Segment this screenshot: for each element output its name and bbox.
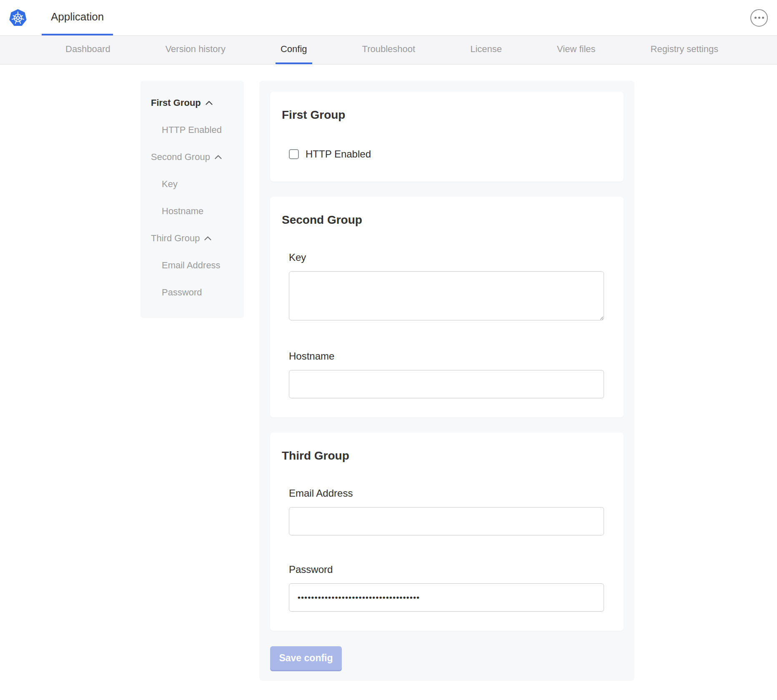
- config-group-third: Third Group Email Address Password: [270, 432, 624, 631]
- config-group-second: Second Group Key Hostname: [270, 197, 624, 418]
- password-label: Password: [289, 564, 604, 575]
- config-group-first: First Group HTTP Enabled: [270, 92, 624, 182]
- content-area: First Group HTTP Enabled Second Group Ke…: [140, 81, 777, 681]
- http-enabled-label: HTTP Enabled: [306, 148, 371, 160]
- sidebar-item-email-address[interactable]: Email Address: [162, 260, 240, 271]
- sidebar-item-key[interactable]: Key: [162, 179, 240, 190]
- http-enabled-row: HTTP Enabled: [289, 148, 604, 160]
- password-input[interactable]: [289, 583, 604, 612]
- config-sidebar: First Group HTTP Enabled Second Group Ke…: [140, 81, 244, 318]
- chevron-up-icon: [215, 155, 222, 159]
- more-options-button[interactable]: [750, 9, 768, 27]
- key-label: Key: [289, 252, 604, 263]
- nav-tab-bar: Dashboard Version history Config Trouble…: [0, 36, 777, 65]
- app-tab-label: Application: [51, 10, 104, 23]
- logo-wrap: [0, 0, 28, 35]
- tab-troubleshoot[interactable]: Troubleshoot: [357, 36, 421, 64]
- email-address-input[interactable]: [289, 507, 604, 535]
- field-key: Key: [289, 252, 604, 322]
- tab-license[interactable]: License: [465, 36, 507, 64]
- tab-version-history[interactable]: Version history: [160, 36, 231, 64]
- sidebar-item-third-group[interactable]: Third Group: [151, 233, 240, 244]
- tab-config[interactable]: Config: [276, 36, 312, 64]
- sidebar-item-first-group[interactable]: First Group: [151, 98, 240, 108]
- sidebar-item-password[interactable]: Password: [162, 287, 240, 298]
- sidebar-item-second-group[interactable]: Second Group: [151, 152, 240, 162]
- group-title-third: Third Group: [282, 449, 604, 462]
- tab-registry-settings[interactable]: Registry settings: [646, 36, 724, 64]
- key-textarea[interactable]: [289, 271, 604, 320]
- chevron-up-icon: [204, 236, 211, 240]
- header-right: [750, 0, 777, 35]
- sidebar-item-hostname[interactable]: Hostname: [162, 206, 240, 217]
- group-title-second: Second Group: [282, 213, 604, 227]
- top-header: Application: [0, 0, 777, 36]
- sidebar-item-http-enabled[interactable]: HTTP Enabled: [162, 125, 240, 135]
- kubernetes-logo-icon: [8, 8, 28, 28]
- tab-dashboard[interactable]: Dashboard: [60, 36, 115, 64]
- tab-view-files[interactable]: View files: [552, 36, 601, 64]
- email-address-label: Email Address: [289, 488, 604, 499]
- field-password: Password: [289, 564, 604, 612]
- app-tab[interactable]: Application: [42, 0, 113, 35]
- chevron-up-icon: [206, 101, 213, 105]
- ellipsis-icon: [754, 17, 757, 19]
- field-hostname: Hostname: [289, 350, 604, 398]
- config-panel: First Group HTTP Enabled Second Group Ke…: [259, 81, 634, 681]
- group-title-first: First Group: [282, 108, 604, 122]
- hostname-label: Hostname: [289, 350, 604, 362]
- hostname-input[interactable]: [289, 370, 604, 398]
- field-email-address: Email Address: [289, 488, 604, 535]
- http-enabled-checkbox[interactable]: [289, 149, 299, 159]
- save-config-button[interactable]: Save config: [270, 646, 342, 670]
